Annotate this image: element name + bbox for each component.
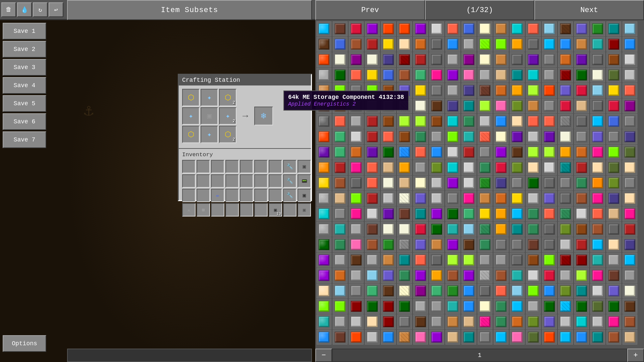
item-cell-267[interactable] bbox=[429, 222, 444, 237]
item-cell-164[interactable] bbox=[381, 145, 396, 160]
inv-slot-0[interactable] bbox=[182, 160, 196, 173]
item-cell-191[interactable] bbox=[494, 160, 508, 175]
item-cell-263[interactable] bbox=[365, 222, 380, 237]
item-cell-170[interactable] bbox=[478, 145, 492, 160]
item-cell-361[interactable] bbox=[333, 299, 347, 314]
item-cell-165[interactable] bbox=[397, 145, 412, 160]
item-cell-241[interactable] bbox=[333, 206, 347, 221]
item-cell-391[interactable] bbox=[494, 314, 508, 329]
item-cell-189[interactable] bbox=[462, 160, 476, 175]
item-cell-364[interactable] bbox=[381, 299, 396, 314]
item-cell-286[interactable] bbox=[413, 237, 428, 252]
item-cell-130[interactable] bbox=[478, 114, 492, 129]
item-cell-95[interactable] bbox=[558, 83, 573, 98]
item-cell-74[interactable] bbox=[542, 68, 557, 82]
inv-slot-21[interactable] bbox=[225, 189, 239, 202]
inv-slot-18[interactable] bbox=[182, 189, 196, 202]
item-cell-84[interactable] bbox=[381, 83, 396, 98]
item-cell-289[interactable] bbox=[462, 237, 476, 252]
item-cell-1[interactable] bbox=[333, 21, 347, 36]
item-cell-397[interactable] bbox=[590, 314, 605, 329]
item-cell-225[interactable] bbox=[397, 191, 412, 206]
item-cell-253[interactable] bbox=[526, 206, 541, 221]
item-cell-22[interactable] bbox=[349, 37, 364, 52]
save-5-button[interactable]: Save 5 bbox=[3, 95, 46, 112]
item-cell-410[interactable] bbox=[478, 330, 492, 345]
item-cell-106[interactable] bbox=[413, 99, 428, 113]
item-cell-398[interactable] bbox=[606, 314, 621, 329]
item-cell-365[interactable] bbox=[397, 299, 412, 314]
item-cell-99[interactable] bbox=[623, 83, 637, 98]
inv-slot-5[interactable] bbox=[254, 160, 268, 173]
item-cell-80[interactable] bbox=[317, 83, 331, 98]
item-cell-245[interactable] bbox=[397, 206, 412, 221]
item-cell-39[interactable] bbox=[623, 37, 637, 52]
item-cell-349[interactable] bbox=[462, 284, 476, 298]
craft-slot-1-2[interactable]: ✦ 2 bbox=[219, 107, 236, 125]
item-cell-281[interactable] bbox=[333, 237, 347, 252]
item-cell-334[interactable] bbox=[542, 268, 557, 283]
item-cell-283[interactable] bbox=[365, 237, 380, 252]
item-cell-238[interactable] bbox=[606, 191, 621, 206]
item-cell-204[interactable] bbox=[381, 176, 396, 190]
item-cell-205[interactable] bbox=[397, 176, 412, 190]
item-cell-13[interactable] bbox=[526, 21, 541, 36]
item-cell-110[interactable] bbox=[478, 99, 492, 113]
item-cell-218[interactable] bbox=[606, 176, 621, 190]
item-cell-390[interactable] bbox=[478, 314, 492, 329]
item-cell-67[interactable] bbox=[429, 68, 444, 82]
item-cell-151[interactable] bbox=[494, 129, 508, 144]
item-cell-53[interactable] bbox=[526, 52, 541, 67]
item-cell-32[interactable] bbox=[510, 37, 525, 52]
item-cell-271[interactable] bbox=[494, 222, 508, 237]
item-cell-348[interactable] bbox=[445, 284, 460, 298]
item-cell-310[interactable] bbox=[478, 253, 492, 267]
item-cell-90[interactable] bbox=[478, 83, 492, 98]
inv-slot-3[interactable] bbox=[225, 160, 239, 173]
item-cell-313[interactable] bbox=[526, 253, 541, 267]
item-cell-276[interactable] bbox=[574, 222, 589, 237]
item-cell-125[interactable] bbox=[397, 114, 412, 129]
item-cell-343[interactable] bbox=[365, 284, 380, 298]
item-cell-358[interactable] bbox=[606, 284, 621, 298]
item-cell-272[interactable] bbox=[510, 222, 525, 237]
item-cell-20[interactable] bbox=[317, 37, 331, 52]
item-cell-278[interactable] bbox=[606, 222, 621, 237]
item-cell-352[interactable] bbox=[510, 284, 525, 298]
item-cell-96[interactable] bbox=[574, 83, 589, 98]
item-cell-0[interactable] bbox=[317, 21, 331, 36]
item-cell-52[interactable] bbox=[510, 52, 525, 67]
item-cell-48[interactable] bbox=[445, 52, 460, 67]
item-cell-40[interactable] bbox=[317, 52, 331, 67]
inv-slot-26[interactable]: ▣ bbox=[298, 189, 311, 202]
item-cell-389[interactable] bbox=[462, 314, 476, 329]
item-cell-128[interactable] bbox=[445, 114, 460, 129]
item-cell-321[interactable] bbox=[333, 268, 347, 283]
item-cell-8[interactable] bbox=[445, 21, 460, 36]
item-cell-123[interactable] bbox=[365, 114, 380, 129]
item-cell-102[interactable] bbox=[349, 99, 364, 113]
item-cell-288[interactable] bbox=[445, 237, 460, 252]
item-cell-353[interactable] bbox=[526, 284, 541, 298]
item-cell-175[interactable] bbox=[558, 145, 573, 160]
item-cell-163[interactable] bbox=[365, 145, 380, 160]
item-cell-50[interactable] bbox=[478, 52, 492, 67]
item-cell-188[interactable] bbox=[445, 160, 460, 175]
item-cell-370[interactable] bbox=[478, 299, 492, 314]
prev-button[interactable]: Prev bbox=[315, 0, 425, 20]
craft-slot-2-1[interactable]: ✦ bbox=[201, 126, 218, 143]
item-cell-335[interactable] bbox=[558, 268, 573, 283]
item-cell-119[interactable] bbox=[623, 99, 637, 113]
item-cell-101[interactable] bbox=[333, 99, 347, 113]
inv-slot-35[interactable]: ▣ bbox=[298, 203, 311, 217]
save-1-button[interactable]: Save 1 bbox=[3, 23, 46, 40]
item-cell-326[interactable] bbox=[413, 268, 428, 283]
item-cell-351[interactable] bbox=[494, 284, 508, 298]
item-cell-300[interactable] bbox=[317, 253, 331, 267]
item-cell-355[interactable] bbox=[558, 284, 573, 298]
item-cell-379[interactable] bbox=[623, 299, 637, 314]
item-cell-60[interactable] bbox=[317, 68, 331, 82]
inv-slot-34[interactable] bbox=[283, 203, 297, 217]
zoom-minus-button[interactable]: − bbox=[315, 349, 332, 362]
item-cell-207[interactable] bbox=[429, 176, 444, 190]
